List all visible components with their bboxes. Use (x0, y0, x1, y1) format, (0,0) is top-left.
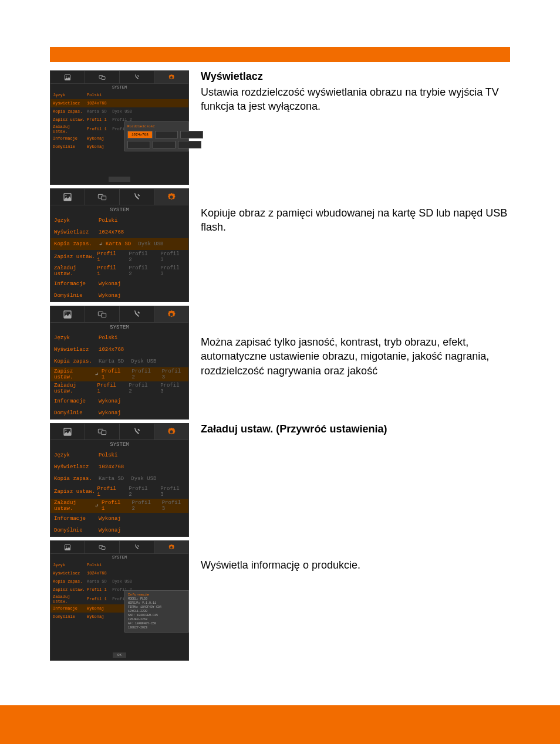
tab-tools[interactable] (120, 424, 154, 439)
tab-image[interactable] (50, 306, 85, 322)
res-option-6[interactable] (178, 141, 201, 148)
tab-image[interactable] (50, 424, 85, 439)
section-desc-zapisz: Można zapisać tylko jasność, kontrast, t… (201, 335, 510, 378)
section-desc-info: Wyświetla informację o produkcie. (201, 558, 510, 572)
svg-point-17 (66, 546, 67, 547)
row-label-wyswietl: Wyświetlacz (53, 101, 87, 106)
system-heading: SYSTEM (50, 205, 188, 215)
tab-image[interactable] (50, 71, 85, 83)
tab-dual[interactable] (85, 424, 120, 439)
tab-dual[interactable] (85, 541, 120, 553)
svg-point-1 (66, 76, 67, 77)
tab-dual[interactable] (85, 189, 120, 205)
svg-point-9 (65, 312, 66, 313)
row-label-domyslnie: Domyślnie (53, 144, 87, 149)
row-val-wyswietl[interactable]: 1024x768 (87, 101, 107, 106)
info-popup: Informacje MODEL: PL50 WERSJA: V.1.0.11 … (124, 590, 189, 633)
svg-point-13 (65, 430, 66, 431)
ui-screenshot-3: SYSTEM JęzykPolski Wyświetlacz1024x768 K… (50, 306, 189, 420)
section-desc-kopia: Kopiuje obraz z pamięci wbudowanej na ka… (201, 206, 510, 235)
tab-tools[interactable] (120, 306, 154, 322)
system-heading: SYSTEM (50, 440, 188, 449)
ui-screenshot-5: SYSTEM JęzykPolski Wyświetlacz1024x768 K… (50, 540, 189, 661)
tab-image[interactable] (50, 541, 85, 553)
footer-bar (0, 705, 560, 744)
svg-point-5 (65, 195, 66, 196)
system-heading: SYSTEM (50, 323, 188, 332)
row-label-jezyk: Język (53, 93, 87, 97)
enter-icon: ⤶ (95, 371, 99, 378)
res-option-5[interactable] (153, 141, 176, 148)
section-title-wyswietlacz: Wyświetlacz (201, 70, 510, 83)
res-option-4[interactable] (127, 141, 150, 148)
tab-dual[interactable] (85, 306, 120, 322)
tab-tools[interactable] (120, 189, 154, 205)
tab-settings[interactable] (154, 189, 188, 205)
tab-tools[interactable] (120, 541, 154, 553)
ui-screenshot-2: SYSTEM JęzykPolski Wyświetlacz1024x768 K… (50, 188, 189, 302)
tab-settings[interactable] (154, 306, 188, 322)
tab-settings[interactable] (154, 71, 188, 83)
svg-rect-19 (102, 546, 105, 549)
ok-button[interactable]: OK (113, 652, 126, 658)
svg-rect-15 (102, 431, 106, 435)
res-option-2[interactable] (155, 131, 178, 138)
row-label-zapisz: Zapisz ustaw. (53, 117, 87, 122)
ok-button[interactable] (109, 177, 131, 182)
enter-icon: ⤶ (95, 503, 99, 509)
res-option-1[interactable]: 1024x768 (127, 131, 153, 138)
enter-icon: ⤶ (99, 241, 103, 248)
system-heading: SYSTEM (50, 554, 188, 561)
svg-rect-7 (102, 196, 106, 200)
resolution-popup: Rozdzielczość 1024x768 (124, 121, 189, 151)
row-label-zaladuj: Załaduj ustaw. (53, 124, 87, 134)
row-label-kopia: Kopia zapas. (53, 109, 87, 114)
tab-tools[interactable] (120, 71, 154, 83)
header-bar (50, 47, 510, 62)
tab-settings[interactable] (154, 424, 188, 439)
svg-rect-11 (102, 313, 106, 317)
res-option-3[interactable] (180, 131, 203, 138)
ui-screenshot-1: SYSTEM JęzykPolski Wyświetlacz1024x768 K… (50, 70, 189, 185)
row-val-jezyk: Polski (87, 93, 102, 97)
section-desc-wyswietlacz: Ustawia rozdzielczość wyświetlania obraz… (201, 85, 510, 114)
ui-screenshot-4: SYSTEM JęzykPolski Wyświetlacz1024x768 K… (50, 423, 189, 537)
tab-settings[interactable] (154, 541, 188, 553)
row-label-info: Informacje (53, 136, 87, 141)
tab-image[interactable] (50, 189, 85, 205)
system-heading: SYSTEM (50, 84, 188, 91)
svg-rect-3 (102, 76, 105, 79)
section-title-zaladuj: Załaduj ustaw. (Przywróć ustawienia) (201, 423, 510, 435)
tab-dual[interactable] (85, 71, 120, 83)
